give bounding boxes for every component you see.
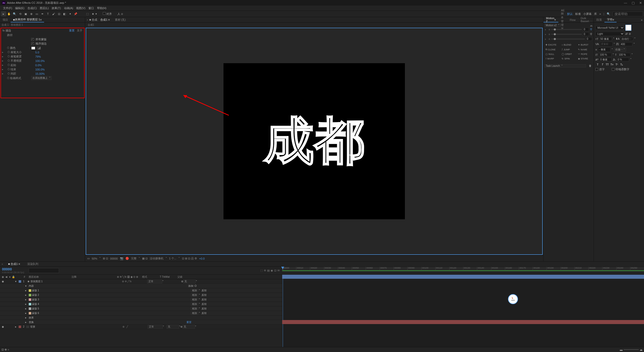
col-layer-name[interactable]: 图层名称: [26, 275, 72, 279]
subscript-button[interactable]: T₁: [619, 62, 624, 66]
menu-file[interactable]: 文件(F): [2, 6, 13, 10]
snapshot-icon[interactable]: 📷: [120, 257, 123, 260]
smallcaps-button[interactable]: Tᴛ: [610, 62, 614, 66]
paint-style-dropdown[interactable]: 在原始图像上 ˅: [31, 76, 52, 80]
channels-icon[interactable]: 🔴: [125, 257, 129, 260]
orbit-tool[interactable]: ⟲: [18, 11, 23, 16]
clone-tool[interactable]: ⊡: [56, 11, 61, 16]
tab-paragraph[interactable]: 段落: [594, 17, 604, 22]
motion-preset[interactable]: Motion v2 ˅: [544, 24, 561, 27]
work-area-bar[interactable]: [282, 270, 644, 271]
tab-motion2[interactable]: Motion 2 ≡: [543, 17, 558, 22]
btn-null[interactable]: ▢ NULL: [544, 52, 560, 56]
shape-tool[interactable]: ▭: [34, 11, 39, 16]
menu-composition[interactable]: 合成(C): [26, 6, 38, 10]
col-comment[interactable]: 注释: [72, 275, 117, 279]
workspace-more-icon[interactable]: »: [599, 12, 601, 15]
tl-icon-3[interactable]: ▤: [267, 269, 270, 272]
btn-name[interactable]: ✎ NAME: [577, 47, 593, 52]
tsume[interactable]: [617, 58, 629, 61]
camera-tool[interactable]: ▣: [23, 11, 28, 16]
effect-about[interactable]: 关于: [77, 29, 82, 32]
tab-character[interactable]: 字符 ≡: [604, 17, 617, 22]
font-family[interactable]: Microsoft YaHei UI: [595, 26, 624, 30]
btn-rope[interactable]: 〰 ROPE: [577, 52, 593, 56]
workspace-default[interactable]: 默认: [567, 12, 573, 16]
search-help-input[interactable]: [613, 12, 643, 16]
time-display[interactable]: 00000: [110, 257, 118, 260]
layer-effects[interactable]: ▸效果: [0, 315, 282, 320]
font-size[interactable]: [599, 37, 612, 41]
roto-tool[interactable]: ✦: [68, 11, 73, 16]
btn-burst[interactable]: ✦ BURST: [577, 43, 593, 47]
timeline-tab-comp[interactable]: ■ 合成1 ≡: [6, 262, 22, 266]
zoom-slider[interactable]: ▬ ⛰: [620, 348, 642, 351]
font-weight[interactable]: Light: [595, 32, 624, 36]
tl-icon-1[interactable]: ⬚: [260, 269, 263, 272]
btn-excite[interactable]: ✚ EXCITE: [544, 43, 560, 47]
eraser-tool[interactable]: ◧: [62, 11, 67, 16]
cb-stroke-seq[interactable]: [31, 42, 34, 45]
layer-bar-1[interactable]: [282, 275, 644, 279]
leading[interactable]: [621, 37, 633, 41]
fill-color[interactable]: [625, 25, 631, 31]
menu-help[interactable]: 帮助(H): [96, 6, 107, 10]
vscale[interactable]: [599, 53, 611, 57]
resolution-icon[interactable]: ⊞ ⊡: [103, 257, 108, 260]
layer-row-2[interactable]: ◉ ▸2 背景 ⊛ ╱ 正常˅ 无˅ ⊚无˅: [0, 325, 282, 329]
cb-hindi[interactable]: [612, 68, 615, 71]
views-dropdown[interactable]: 1 个...: [169, 257, 176, 260]
mask-row-1[interactable]: ▸ 蒙版 1相加 ˅ 反转: [0, 288, 282, 293]
task-delete-icon[interactable]: 🗑: [588, 63, 593, 68]
tl-icon-2[interactable]: ✲: [264, 269, 266, 272]
layer-row-1[interactable]: ◉ ▾1 ★ 形状图层 1 ⊛ ✲ ╱ fx 正常˅ ⊚无˅: [0, 279, 282, 284]
view-options-icons[interactable]: ⊡ ⊞ ⊡ 品 ⚙: [182, 257, 197, 260]
tab-effect-controls[interactable]: ■ 效果控件 形状图层 1 ≡: [11, 17, 44, 22]
zoom-tool[interactable]: 🔍: [12, 11, 17, 16]
hscale[interactable]: [618, 53, 630, 57]
btn-jump[interactable]: ⤴ JUMP: [561, 47, 576, 52]
btn-clone[interactable]: ⧉ CLONE: [544, 47, 560, 52]
workspace-library[interactable]: 库: [594, 12, 597, 16]
minimize-button[interactable]: —: [624, 1, 627, 5]
italic-button[interactable]: T: [600, 62, 605, 66]
menu-layer[interactable]: 图层(L): [39, 6, 50, 10]
bold-button[interactable]: T: [595, 62, 600, 66]
menu-edit[interactable]: 编辑(E): [14, 6, 25, 10]
mask-row-2[interactable]: ▸ 蒙版 2相加 ˅ 反转: [0, 293, 282, 297]
swap-colors-icon[interactable]: ⇄: [625, 32, 628, 36]
menu-view[interactable]: 视图(V): [75, 6, 86, 10]
tab-flow[interactable]: Flow: [567, 17, 578, 22]
cb-ligature[interactable]: [595, 68, 598, 71]
btn-stare[interactable]: ◉ STARE: [577, 57, 593, 61]
effect-name[interactable]: 描边: [6, 29, 11, 32]
task-launch-dropdown[interactable]: Task Launch ˅: [544, 64, 586, 67]
exposure[interactable]: +0.0: [199, 257, 205, 260]
grid-icon[interactable]: ▦ ⊡: [142, 257, 148, 260]
tl-icon-6[interactable]: ✉: [277, 269, 280, 272]
motion-graph-icon[interactable]: ⛰: [590, 24, 593, 27]
superscript-button[interactable]: T¹: [615, 62, 619, 66]
no-stroke-icon[interactable]: ⊘: [629, 32, 631, 36]
comp-tab-footage[interactable]: 素材 (无): [113, 18, 128, 22]
btn-orbit[interactable]: ◯ ORBIT: [561, 52, 576, 56]
color-swatch[interactable]: [31, 47, 35, 50]
mask-row-6[interactable]: ▸ 蒙版 6相加 ˅ 反转: [0, 311, 282, 315]
workspace-standard[interactable]: 标准: [575, 12, 581, 16]
eyedropper-icon[interactable]: [37, 47, 41, 50]
menu-animation[interactable]: 动画(A): [63, 6, 74, 10]
slider-3[interactable]: [551, 39, 585, 40]
selection-tool[interactable]: ▸: [1, 11, 6, 16]
mask-row-5[interactable]: ▸ 蒙版 5相加 ˅ 反转: [0, 306, 282, 311]
close-button[interactable]: ✕: [639, 1, 642, 5]
comp-subtab[interactable]: 合成1: [85, 23, 543, 27]
slider-2[interactable]: [551, 34, 582, 35]
menu-effect[interactable]: 效果(T): [51, 6, 62, 10]
current-time[interactable]: 00000: [2, 267, 24, 271]
pen-tool[interactable]: ✒: [40, 11, 45, 16]
tab-project[interactable]: 项目: [0, 17, 11, 22]
col-trkmat[interactable]: T TrkMat: [160, 275, 177, 278]
timeline-search[interactable]: [29, 268, 59, 273]
zoom-dropdown[interactable]: 50%: [92, 257, 97, 260]
brush-tool[interactable]: 🖌: [51, 11, 56, 16]
